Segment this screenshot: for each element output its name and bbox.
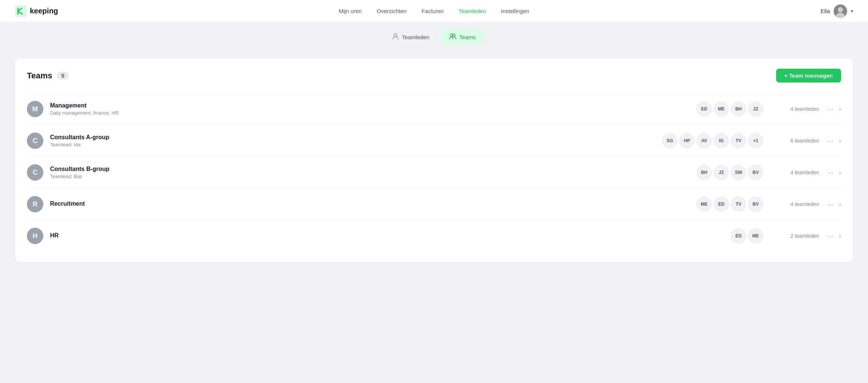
- main-content: Teams 5 + Team toevoegen M Management Da…: [0, 51, 868, 277]
- team-count: 2 teamleden: [778, 233, 819, 239]
- member-chip: TV: [731, 197, 746, 212]
- member-avatars: EDMEBHJZ: [697, 102, 763, 116]
- team-row: H HR EDME 2 teamleden ··· ›: [27, 220, 841, 252]
- more-options-button[interactable]: ···: [825, 231, 836, 241]
- avatar-img: [834, 4, 847, 18]
- team-name: Management: [50, 102, 697, 109]
- team-info: HR: [50, 232, 731, 240]
- team-desc: Daily management, finance, HR: [50, 110, 697, 116]
- member-chip: BV: [748, 197, 763, 212]
- more-options-button[interactable]: ···: [825, 136, 836, 146]
- member-chip: ME: [714, 102, 729, 116]
- member-chip: BV: [748, 165, 763, 180]
- tab-teams-label: Teams: [459, 34, 476, 40]
- chevron-right-icon[interactable]: ›: [839, 232, 841, 240]
- team-row: C Consultants B-group Teamlead: Bas BHJZ…: [27, 156, 841, 188]
- card-title-area: Teams 5: [27, 71, 69, 81]
- member-avatars: SGHPAVIGTV+1: [662, 133, 763, 148]
- team-count: 4 teamleden: [778, 169, 819, 175]
- teams-list: M Management Daily management, finance, …: [27, 93, 841, 252]
- nav-mijn-uren[interactable]: Mijn uren: [339, 6, 362, 16]
- more-options-button[interactable]: ···: [825, 104, 836, 114]
- tab-teamleden[interactable]: Teamleden: [384, 29, 437, 45]
- team-info: Recruitment: [50, 200, 697, 208]
- team-count: 6 teamleden: [778, 138, 819, 144]
- member-avatars: EDME: [731, 228, 763, 243]
- team-info: Consultants A-group Teamlead: Ida: [50, 134, 662, 147]
- team-name: Recruitment: [50, 200, 697, 207]
- member-chip: ME: [748, 228, 763, 243]
- member-avatars: BHJZSWBV: [697, 165, 763, 180]
- member-chip: IG: [714, 133, 729, 148]
- row-actions: ··· ›: [825, 231, 841, 241]
- team-desc: Teamlead: Ida: [50, 142, 662, 147]
- person-icon: [392, 33, 399, 41]
- teams-count-badge: 5: [57, 72, 69, 80]
- chevron-down-icon: ▾: [851, 9, 853, 14]
- team-avatar: H: [27, 228, 43, 244]
- user-name: Ella: [821, 8, 830, 14]
- chevron-right-icon[interactable]: ›: [839, 169, 841, 177]
- row-actions: ··· ›: [825, 104, 841, 114]
- team-desc: Teamlead: Bas: [50, 174, 697, 179]
- teams-card: Teams 5 + Team toevoegen M Management Da…: [15, 58, 853, 262]
- team-avatar: M: [27, 101, 43, 117]
- team-name: Consultants B-group: [50, 166, 697, 172]
- tab-bar: Teamleden Teams: [0, 22, 868, 51]
- member-chip: ME: [697, 197, 712, 212]
- team-row: R Recruitment MEEDTVBV 4 teamleden ··· ›: [27, 188, 841, 220]
- nav-teamleden[interactable]: Teamleden: [459, 6, 486, 16]
- team-avatar: C: [27, 164, 43, 181]
- team-row: C Consultants A-group Teamlead: Ida SGHP…: [27, 125, 841, 156]
- member-chip: TV: [731, 133, 746, 148]
- team-info: Consultants B-group Teamlead: Bas: [50, 166, 697, 179]
- svg-point-2: [838, 7, 843, 12]
- header: keeping Mijn uren Overzichten Facturen T…: [0, 0, 868, 22]
- user-area[interactable]: Ella ▾: [821, 4, 853, 18]
- team-row: M Management Daily management, finance, …: [27, 93, 841, 125]
- chevron-right-icon[interactable]: ›: [839, 105, 841, 113]
- team-info: Management Daily management, finance, HR: [50, 102, 697, 116]
- card-header: Teams 5 + Team toevoegen: [27, 69, 841, 82]
- nav-instellingen[interactable]: Instellingen: [501, 6, 529, 16]
- member-chip: BH: [731, 102, 746, 116]
- chevron-right-icon[interactable]: ›: [839, 137, 841, 145]
- logo: keeping: [15, 5, 58, 17]
- main-nav: Mijn uren Overzichten Facturen Teamleden…: [339, 6, 529, 16]
- group-icon: [449, 33, 456, 41]
- member-chip: SW: [731, 165, 746, 180]
- row-actions: ··· ›: [825, 136, 841, 146]
- team-count: 4 teamleden: [778, 106, 819, 112]
- team-name: HR: [50, 232, 731, 239]
- tab-teams[interactable]: Teams: [441, 29, 484, 45]
- add-team-button[interactable]: + Team toevoegen: [776, 69, 841, 82]
- svg-point-4: [394, 34, 397, 37]
- member-chip: SG: [662, 133, 677, 148]
- member-chip: ED: [714, 197, 729, 212]
- row-actions: ··· ›: [825, 199, 841, 209]
- member-chip: JZ: [714, 165, 729, 180]
- avatar[interactable]: [834, 4, 847, 18]
- more-options-button[interactable]: ···: [825, 199, 836, 209]
- member-chip: HP: [679, 133, 694, 148]
- team-name: Consultants A-group: [50, 134, 662, 141]
- card-title: Teams: [27, 71, 52, 81]
- member-chip: JZ: [748, 102, 763, 116]
- team-avatar: R: [27, 196, 43, 212]
- team-count: 4 teamleden: [778, 201, 819, 207]
- member-chip: BH: [697, 165, 712, 180]
- member-chip: ED: [697, 102, 712, 116]
- nav-facturen[interactable]: Facturen: [422, 6, 444, 16]
- tab-teamleden-label: Teamleden: [402, 34, 429, 40]
- logo-text: keeping: [30, 7, 58, 15]
- svg-rect-0: [15, 5, 27, 17]
- member-chip: AV: [697, 133, 712, 148]
- member-chip-extra: +1: [748, 133, 763, 148]
- member-chip: ED: [731, 228, 746, 243]
- logo-icon: [15, 5, 27, 17]
- team-avatar: C: [27, 133, 43, 149]
- row-actions: ··· ›: [825, 167, 841, 178]
- more-options-button[interactable]: ···: [825, 167, 836, 178]
- nav-overzichten[interactable]: Overzichten: [377, 6, 407, 16]
- chevron-right-icon[interactable]: ›: [839, 200, 841, 208]
